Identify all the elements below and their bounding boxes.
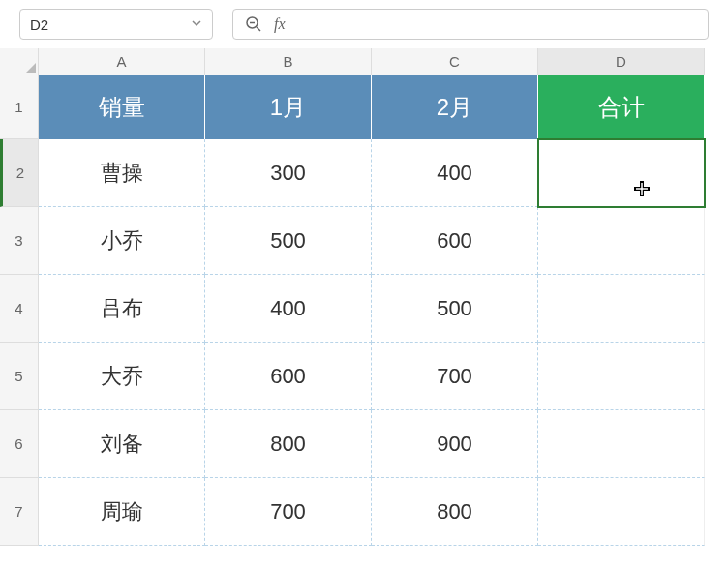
table-row: 曹操 300 400 [39,139,705,207]
cell-c4[interactable]: 500 [372,275,538,343]
cell-b4[interactable]: 400 [205,275,372,343]
cell-b5[interactable]: 600 [205,343,372,410]
row-header-2[interactable]: 2 [0,139,39,207]
cell-d4[interactable] [538,275,705,343]
col-header-d[interactable]: D [538,48,705,75]
cell-b7[interactable]: 700 [205,478,372,546]
table-row: 刘备 800 900 [39,410,705,478]
cell-a3[interactable]: 小乔 [39,207,205,275]
cell-d7[interactable] [538,478,705,546]
cell-c2[interactable]: 400 [372,139,538,207]
cell-b6[interactable]: 800 [205,410,372,478]
cell-c7[interactable]: 800 [372,478,538,546]
table-row: 大乔 600 700 [39,343,705,410]
col-header-a[interactable]: A [39,48,205,75]
cell-d5[interactable] [538,343,705,410]
cell-cursor-icon [633,180,651,197]
cell-c3[interactable]: 600 [372,207,538,275]
table-row: 小乔 500 600 [39,207,705,275]
col-header-c[interactable]: C [372,48,538,75]
cell-d1[interactable]: 合计 [538,75,705,139]
cell-a6[interactable]: 刘备 [39,410,205,478]
row-header-3[interactable]: 3 [0,207,39,275]
fx-icon[interactable]: fx [274,15,286,33]
cell-a5[interactable]: 大乔 [39,343,205,410]
table-row: 周瑜 700 800 [39,478,705,546]
cell-c1[interactable]: 2月 [372,75,538,139]
row-header-6[interactable]: 6 [0,410,39,478]
zoom-out-icon[interactable] [245,15,262,33]
column-headers: A B C D [39,48,705,75]
cell-d6[interactable] [538,410,705,478]
cell-d2[interactable] [538,139,705,207]
name-box[interactable]: D2 [19,9,213,40]
cell-b2[interactable]: 300 [205,139,372,207]
row-header-7[interactable]: 7 [0,478,39,546]
cell-a7[interactable]: 周瑜 [39,478,205,546]
chevron-down-icon[interactable] [191,17,202,32]
cell-c5[interactable]: 700 [372,343,538,410]
cell-a4[interactable]: 吕布 [39,275,205,343]
cell-a2[interactable]: 曹操 [39,139,205,207]
cell-b3[interactable]: 500 [205,207,372,275]
row-header-1[interactable]: 1 [0,75,39,139]
toolbar: D2 fx [0,0,728,48]
row-headers: 1 2 3 4 5 6 7 [0,75,39,546]
select-all-corner[interactable] [0,48,39,75]
name-box-value: D2 [30,16,48,33]
corner-triangle-icon [26,63,36,73]
table-header-row: 销量 1月 2月 合计 [39,75,705,139]
cells-area: 销量 1月 2月 合计 曹操 300 400 小乔 500 600 吕布 40 [39,75,705,546]
row-header-5[interactable]: 5 [0,343,39,410]
row-header-4[interactable]: 4 [0,275,39,343]
col-header-b[interactable]: B [205,48,372,75]
cell-b1[interactable]: 1月 [205,75,372,139]
cell-c6[interactable]: 900 [372,410,538,478]
cell-d3[interactable] [538,207,705,275]
cell-a1[interactable]: 销量 [39,75,205,139]
formula-bar[interactable]: fx [232,9,709,40]
table-row: 吕布 400 500 [39,275,705,343]
svg-line-1 [257,27,260,31]
